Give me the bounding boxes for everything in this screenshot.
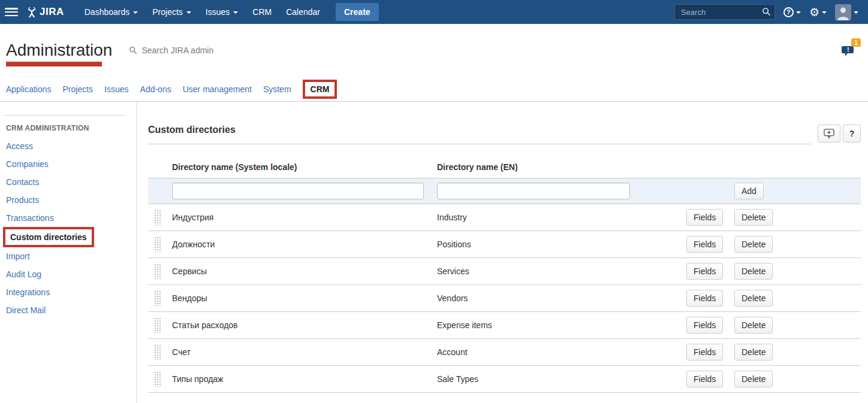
new-directory-system-input[interactable] — [172, 183, 424, 199]
directory-name-en: Services — [437, 266, 686, 276]
sidebar-item[interactable]: Companies — [0, 155, 136, 173]
table-header-row: Directory name (System locale) Directory… — [148, 156, 861, 178]
navbar-menu-item-label: Projects — [152, 7, 183, 17]
table-row: Должности Positions Fields Delete — [148, 231, 861, 258]
drag-handle-icon[interactable] — [154, 344, 161, 360]
drag-handle-icon[interactable] — [154, 371, 161, 387]
admin-tabbar: Applications Projects Issues Add-ons Use… — [0, 77, 868, 102]
navbar-menu: Dashboards Projects Issues CRM Calendar — [77, 0, 327, 24]
delete-button[interactable]: Delete — [734, 236, 773, 253]
sidebar-item[interactable]: Direct Mail — [0, 301, 136, 319]
admin-header: Administration ! 1 — [0, 24, 868, 77]
navbar-menu-item[interactable]: Issues — [198, 0, 245, 24]
help-menu[interactable]: ? — [783, 7, 801, 17]
add-button[interactable]: Add — [734, 183, 764, 199]
delete-button[interactable]: Delete — [734, 317, 773, 334]
admin-tab[interactable]: Applications — [6, 81, 52, 97]
drag-handle-icon[interactable] — [154, 290, 161, 306]
table-row: Типы продаж Sale Types Fields Delete — [148, 366, 861, 393]
directory-name-system: Типы продаж — [172, 374, 437, 384]
admin-search-input[interactable] — [141, 46, 261, 55]
jira-logo[interactable]: JIRA — [26, 6, 64, 18]
chevron-down-icon — [186, 11, 191, 14]
directory-name-en: Sale Types — [437, 374, 686, 384]
fields-button[interactable]: Fields — [686, 371, 723, 387]
directory-name-en: Account — [437, 347, 686, 357]
chevron-down-icon — [796, 11, 801, 14]
sidebar-item[interactable]: Audit Log — [0, 265, 136, 283]
admin-tab[interactable]: Add-ons — [140, 81, 171, 97]
user-avatar — [835, 4, 851, 20]
directory-name-system: Должности — [172, 240, 437, 249]
fields-button[interactable]: Fields — [686, 263, 723, 280]
feedback-button[interactable] — [818, 125, 840, 143]
sidebar-item[interactable]: Products — [0, 191, 136, 209]
navbar-menu-item-label: Calendar — [286, 7, 320, 17]
drag-handle-icon[interactable] — [154, 317, 161, 333]
help-button[interactable]: ? — [843, 125, 861, 143]
sidebar-item[interactable]: Custom directories — [3, 227, 94, 247]
svg-text:!: ! — [847, 46, 849, 53]
fields-button[interactable]: Fields — [686, 236, 723, 253]
notification-count-badge: 1 — [851, 38, 861, 47]
page-title: Administration — [6, 41, 112, 60]
create-button[interactable]: Create — [336, 3, 379, 21]
delete-button[interactable]: Delete — [734, 263, 773, 280]
sidebar-item[interactable]: Access — [0, 137, 136, 155]
fields-button[interactable]: Fields — [686, 290, 723, 307]
table-row: Статьи расходов Expense items Fields Del… — [148, 312, 861, 339]
chevron-down-icon — [233, 11, 238, 14]
navbar-menu-item[interactable]: Calendar — [279, 0, 327, 24]
chevron-down-icon — [854, 11, 858, 14]
directory-name-en: Industry — [437, 213, 686, 222]
new-directory-en-input[interactable] — [437, 183, 630, 199]
admin-tab[interactable]: System — [263, 81, 291, 97]
navbar-search-input[interactable] — [674, 4, 775, 20]
user-menu[interactable] — [835, 4, 858, 20]
sidebar-divider — [5, 115, 124, 116]
delete-button[interactable]: Delete — [734, 290, 773, 307]
sidebar-section-title: CRM ADMINISTRATION — [0, 119, 136, 137]
sidebar-item[interactable]: Contacts — [0, 173, 136, 191]
admin-settings-menu[interactable]: ⚙ — [809, 7, 827, 18]
fields-button[interactable]: Fields — [686, 344, 723, 360]
jira-person-icon — [26, 6, 37, 18]
jira-logo-text: JIRA — [40, 6, 64, 18]
directory-name-en: Vendors — [437, 293, 686, 303]
sidebar-item[interactable]: Integrations — [0, 283, 136, 301]
table-row: Сервисы Services Fields Delete — [148, 258, 861, 285]
admin-tab[interactable]: Issues — [104, 81, 128, 97]
directory-name-en: Positions — [437, 240, 686, 249]
table-body: Индустрия Industry Fields Delete Должнос… — [148, 204, 861, 393]
fields-button[interactable]: Fields — [686, 209, 723, 226]
drag-handle-icon[interactable] — [154, 210, 161, 225]
admin-tab[interactable]: Projects — [63, 81, 94, 97]
fields-button[interactable]: Fields — [686, 317, 723, 334]
directory-name-system: Счет — [172, 347, 437, 357]
chevron-down-icon — [133, 11, 138, 14]
delete-button[interactable]: Delete — [734, 344, 773, 360]
column-header-en: Directory name (EN) — [437, 162, 686, 172]
admin-tab[interactable]: User management — [183, 81, 252, 97]
navbar-menu-item[interactable]: Projects — [145, 0, 198, 24]
custom-directories-table: Directory name (System locale) Directory… — [148, 156, 861, 393]
sidebar-item[interactable]: Transactions — [0, 209, 136, 227]
drag-handle-icon[interactable] — [154, 263, 161, 279]
admin-tab[interactable]: CRM — [303, 80, 337, 99]
delete-button[interactable]: Delete — [734, 371, 773, 387]
navbar-menu-item[interactable]: CRM — [245, 0, 279, 24]
notification-bell[interactable]: ! 1 — [840, 42, 858, 59]
gear-icon: ⚙ — [809, 7, 819, 18]
drag-handle-icon[interactable] — [154, 237, 161, 252]
directory-name-system: Сервисы — [172, 266, 437, 276]
top-navbar: JIRA Dashboards Projects Issues CRM Cale… — [0, 0, 868, 24]
table-row: Вендоры Vendors Fields Delete — [148, 285, 861, 312]
navbar-search — [674, 4, 775, 20]
directory-name-system: Индустрия — [172, 213, 437, 222]
hamburger-menu-icon[interactable] — [5, 8, 18, 16]
sidebar-item[interactable]: Import — [0, 247, 136, 265]
delete-button[interactable]: Delete — [734, 209, 773, 226]
navbar-menu-item[interactable]: Dashboards — [77, 0, 146, 24]
directory-name-system: Вендоры — [172, 293, 437, 303]
admin-search — [129, 46, 261, 55]
